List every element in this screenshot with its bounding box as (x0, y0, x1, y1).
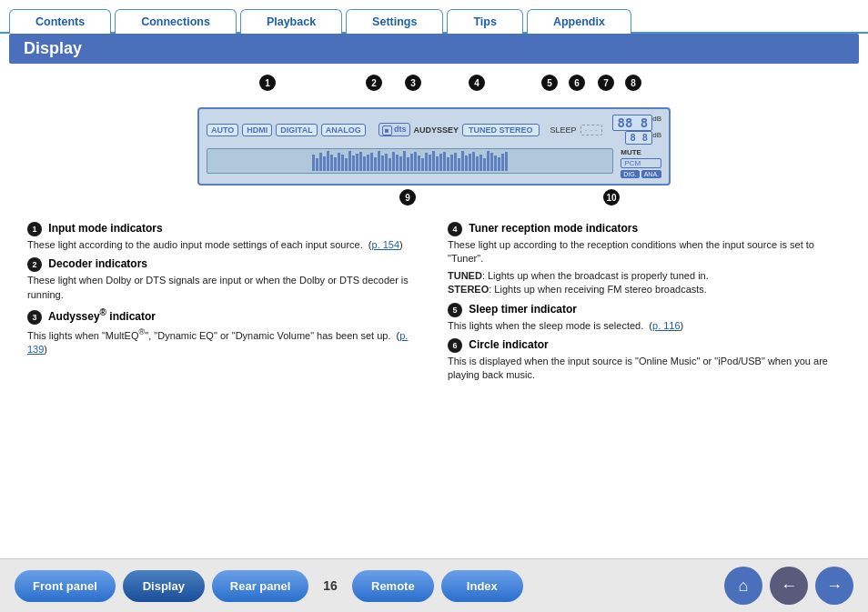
display-button[interactable]: Display (123, 570, 205, 602)
page-title: Display (9, 34, 859, 64)
tab-tips[interactable]: Tips (447, 9, 522, 34)
mute-label: MUTE (621, 148, 661, 156)
analog-indicator: ANALOG (321, 124, 366, 136)
pcm-indicator: PCM (621, 158, 661, 168)
home-icon: ⌂ (739, 577, 749, 596)
display-diagram-area: 1 2 3 4 5 6 7 8 AUTO HDMI DIGITAL ANALOG (18, 75, 850, 209)
desc-item-4: 4 Tuner reception mode indicators These … (448, 222, 841, 297)
back-button[interactable]: ← (770, 567, 808, 605)
db-label-top: dB (652, 115, 661, 123)
tab-appendix[interactable]: Appendix (527, 9, 631, 34)
dts-logo: ■ dts (378, 123, 410, 135)
tab-playback[interactable]: Playback (240, 9, 342, 34)
callout-6: 6 (569, 75, 585, 91)
back-arrow-icon: ← (781, 577, 797, 596)
forward-button[interactable]: → (815, 567, 853, 605)
dig-indicator: DIG. (621, 170, 639, 178)
link-3[interactable]: p. 139 (27, 330, 408, 355)
tab-connections[interactable]: Connections (115, 9, 237, 34)
digital-indicator: DIGITAL (276, 124, 317, 136)
front-panel-button[interactable]: Front panel (15, 570, 116, 602)
callout-8: 8 (625, 75, 641, 91)
lcd-panel: AUTO HDMI DIGITAL ANALOG ■ dts AUDYSSEY … (197, 107, 671, 186)
desc-text-4: These light up according to the receptio… (448, 238, 841, 266)
dig-ana-row: DIG. ANA. (621, 170, 661, 178)
callout-4: 4 (469, 75, 485, 91)
desc-text-5: This lights when the sleep mode is selec… (448, 319, 841, 333)
desc-text-3: This lights when "MultEQ®", "Dynamic EQ"… (27, 326, 420, 356)
digit-bottom: 8 8 (625, 131, 652, 145)
desc-text-4c: STEREO: Lights up when receiving FM ster… (448, 283, 841, 296)
forward-arrow-icon: → (826, 577, 843, 596)
badge-1: 1 (27, 222, 42, 236)
db-label-bottom: dB (652, 131, 661, 139)
desc-item-2: 2 Decoder indicators These light when Do… (27, 257, 420, 302)
tab-contents[interactable]: Contents (9, 9, 111, 34)
home-button[interactable]: ⌂ (724, 567, 762, 605)
desc-title-2: 2 Decoder indicators (27, 257, 420, 272)
badge-6: 6 (448, 338, 462, 353)
desc-text-4b: TUNED: Lights up when the broadcast is p… (448, 269, 841, 283)
tuned-stereo-indicator: TUNED STEREO (462, 124, 540, 136)
desc-text-1: These light according to the audio input… (27, 238, 420, 252)
callout-7: 7 (598, 75, 614, 91)
segment-display (207, 148, 613, 174)
callout-5: 5 (541, 75, 558, 91)
link-1[interactable]: p. 154 (372, 239, 400, 250)
callout-10: 10 (603, 189, 620, 206)
hdmi-indicator: HDMI (242, 124, 272, 136)
page-number: 16 (323, 578, 338, 593)
desc-title-4: 4 Tuner reception mode indicators (448, 222, 841, 236)
auto-indicator: AUTO (207, 124, 238, 136)
audyssey-label: AUDYSSEY (414, 125, 459, 135)
digit-display: 88 8 dB 8 8 dB (612, 115, 661, 145)
sleep-dots: - - - (580, 125, 602, 135)
desc-text-6: This is displayed when the input source … (448, 355, 841, 383)
callout-1: 1 (259, 75, 276, 91)
main-content: 1 2 3 4 5 6 7 8 AUTO HDMI DIGITAL ANALOG (0, 75, 868, 388)
link-5[interactable]: p. 116 (652, 320, 681, 331)
tab-settings[interactable]: Settings (346, 9, 443, 34)
bottom-callouts: 9 10 (197, 186, 671, 209)
remote-button[interactable]: Remote (352, 570, 434, 602)
bottom-navigation: Front panel Display Rear panel 16 Remote… (0, 558, 868, 612)
desc-col-right: 4 Tuner reception mode indicators These … (448, 222, 841, 388)
rear-panel-button[interactable]: Rear panel (212, 570, 308, 602)
desc-item-5: 5 Sleep timer indicator This lights when… (448, 303, 841, 333)
desc-title-1: 1 Input mode indicators (27, 222, 420, 236)
badge-4: 4 (448, 222, 462, 236)
ana-indicator: ANA. (641, 170, 661, 178)
desc-text-2: These light when Dolby or DTS signals ar… (27, 274, 420, 302)
sleep-label: SLEEP (550, 125, 577, 135)
lcd-bottom-section: MUTE PCM DIG. ANA. (207, 148, 661, 178)
badge-2: 2 (27, 257, 42, 272)
right-panel: MUTE PCM DIG. ANA. (621, 148, 661, 178)
badge-3: 3 (27, 310, 42, 325)
desc-title-3: 3 Audyssey® indicator (27, 307, 420, 325)
top-navigation: Contents Connections Playback Settings T… (0, 0, 868, 34)
description-grid: 1 Input mode indicators These light acco… (18, 222, 850, 388)
callout-2: 2 (366, 75, 382, 91)
desc-item-6: 6 Circle indicator This is displayed whe… (448, 338, 841, 383)
desc-item-1: 1 Input mode indicators These light acco… (27, 222, 420, 252)
desc-title-5: 5 Sleep timer indicator (448, 303, 841, 317)
desc-title-6: 6 Circle indicator (448, 338, 841, 353)
digit-top: 88 8 (612, 115, 652, 131)
lcd-top-row: AUTO HDMI DIGITAL ANALOG ■ dts AUDYSSEY … (207, 115, 661, 145)
desc-col-left: 1 Input mode indicators These light acco… (27, 222, 420, 388)
desc-item-3: 3 Audyssey® indicator This lights when "… (27, 307, 420, 356)
index-button[interactable]: Index (441, 570, 523, 602)
callout-9: 9 (399, 189, 416, 206)
diagram-wrapper: 1 2 3 4 5 6 7 8 AUTO HDMI DIGITAL ANALOG (197, 75, 671, 209)
callout-3: 3 (405, 75, 421, 91)
segment-bars (312, 151, 508, 171)
badge-5: 5 (448, 303, 462, 317)
